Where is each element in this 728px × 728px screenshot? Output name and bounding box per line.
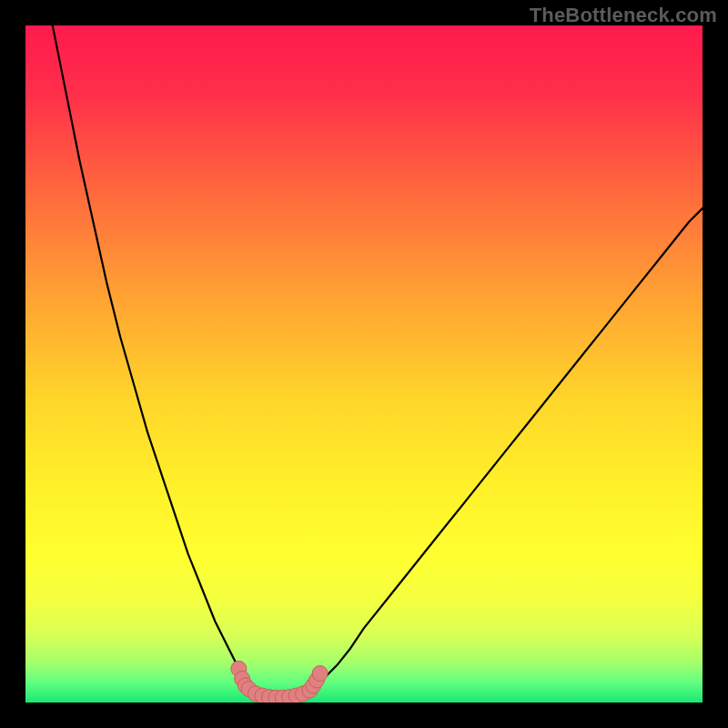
watermark-text: TheBottleneck.com [530,4,717,27]
plot-area [25,25,703,703]
bottleneck-chart [25,25,703,703]
datapoint-marker [312,666,328,682]
chart-frame: TheBottleneck.com [0,0,728,728]
